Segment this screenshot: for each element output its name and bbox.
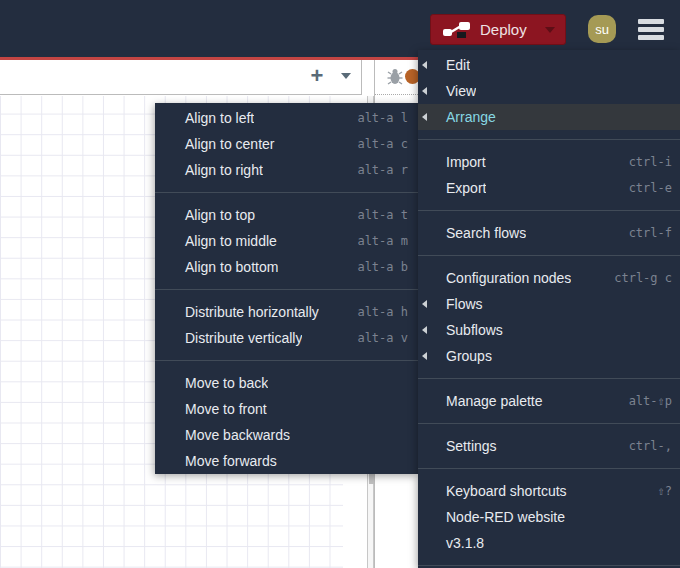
arrange-item-shortcut: alt-a b	[357, 254, 418, 280]
submenu-arrow-icon	[422, 113, 427, 121]
arrange-item-move-backwards[interactable]: Move backwards	[155, 422, 418, 448]
arrange-item-align-to-bottom[interactable]: Align to bottomalt-a b	[155, 254, 418, 280]
menu-item-label: Keyboard shortcuts	[418, 478, 567, 504]
arrange-item-shortcut: alt-a l	[357, 105, 418, 131]
menu-separator	[418, 139, 680, 140]
arrange-item-label: Align to center	[155, 131, 275, 157]
menu-item-label: Arrange	[418, 104, 496, 130]
menu-item-label: Configuration nodes	[418, 265, 571, 291]
debug-bug-icon[interactable]	[387, 68, 403, 86]
menu-item-shortcut: ctrl-e	[629, 175, 680, 201]
arrange-item-label: Align to top	[155, 202, 255, 228]
arrange-item-align-to-middle[interactable]: Align to middlealt-a m	[155, 228, 418, 254]
arrange-item-move-forwards[interactable]: Move forwards	[155, 448, 418, 474]
arrange-item-shortcut: alt-a t	[357, 202, 418, 228]
arrange-submenu: Align to leftalt-a lAlign to centeralt-a…	[155, 103, 418, 474]
menu-item-shortcut: ⇧?	[658, 478, 680, 504]
arrange-item-shortcut: alt-a h	[357, 299, 418, 325]
submenu-arrow-icon	[422, 61, 427, 69]
arrange-item-align-to-top[interactable]: Align to topalt-a t	[155, 202, 418, 228]
arrange-item-align-to-left[interactable]: Align to leftalt-a l	[155, 105, 418, 131]
header: Deploy su	[0, 0, 680, 57]
add-flow-button[interactable]: +	[304, 62, 330, 90]
menu-item-import[interactable]: Importctrl-i	[418, 149, 680, 175]
submenu-arrow-icon	[422, 87, 427, 95]
arrange-item-label: Move backwards	[155, 422, 290, 448]
submenu-arrow-icon	[422, 352, 427, 360]
menu-item-view[interactable]: View	[418, 78, 680, 104]
hamburger-icon	[638, 19, 664, 24]
menu-item-settings[interactable]: Settingsctrl-,	[418, 433, 680, 459]
menu-item-shortcut: ctrl-f	[629, 220, 680, 246]
deploy-button-label: Deploy	[480, 21, 527, 38]
arrange-item-label: Align to bottom	[155, 254, 278, 280]
menu-item-shortcut: ctrl-g c	[614, 265, 680, 291]
menu-item-shortcut: alt-⇧p	[629, 388, 680, 414]
node-red-app: Deploy su +	[0, 0, 680, 568]
menu-item-arrange[interactable]: Arrange	[418, 104, 680, 130]
arrange-item-shortcut: alt-a v	[357, 325, 418, 351]
menu-separator	[418, 468, 680, 469]
arrange-item-label: Distribute horizontally	[155, 299, 319, 325]
submenu-arrow-icon	[422, 326, 427, 334]
deploy-button[interactable]: Deploy	[430, 14, 566, 45]
arrange-item-label: Align to right	[155, 157, 263, 183]
arrange-item-label: Move to front	[155, 396, 267, 422]
arrange-item-shortcut: alt-a m	[357, 228, 418, 254]
menu-separator	[418, 255, 680, 256]
menu-item-subflows[interactable]: Subflows	[418, 317, 680, 343]
menu-item-groups[interactable]: Groups	[418, 343, 680, 369]
arrange-separator	[155, 192, 418, 193]
menu-item-shortcut: ctrl-i	[629, 149, 680, 175]
arrange-item-label: Move forwards	[155, 448, 277, 474]
menu-item-export[interactable]: Exportctrl-e	[418, 175, 680, 201]
arrange-item-shortcut: alt-a r	[357, 157, 418, 183]
menu-item-label: Export	[418, 175, 486, 201]
arrange-item-move-to-front[interactable]: Move to front	[155, 396, 418, 422]
arrange-item-distribute-vertically[interactable]: Distribute verticallyalt-a v	[155, 325, 418, 351]
menu-item-label: Flows	[418, 291, 483, 317]
menu-separator	[418, 210, 680, 211]
menu-separator	[418, 378, 680, 379]
deploy-options-caret-icon[interactable]	[545, 27, 555, 33]
arrange-item-label: Align to left	[155, 105, 254, 131]
menu-item-node-red-website[interactable]: Node-RED website	[418, 504, 680, 530]
arrange-item-label: Move to back	[155, 370, 268, 396]
menu-item-v3-1-8[interactable]: v3.1.8	[418, 530, 680, 556]
menu-item-label: Groups	[418, 343, 492, 369]
menu-item-label: v3.1.8	[418, 530, 484, 556]
arrange-separator	[155, 289, 418, 290]
menu-item-label: Search flows	[418, 220, 526, 246]
menu-item-flows[interactable]: Flows	[418, 291, 680, 317]
arrange-item-shortcut: alt-a c	[357, 131, 418, 157]
main-menu-dropdown: EditViewArrangeImportctrl-iExportctrl-eS…	[418, 50, 680, 568]
flow-list-chevron-down-icon[interactable]	[341, 73, 351, 79]
arrange-item-move-to-back[interactable]: Move to back	[155, 370, 418, 396]
arrange-item-align-to-right[interactable]: Align to rightalt-a r	[155, 157, 418, 183]
arrange-item-label: Align to middle	[155, 228, 277, 254]
menu-item-label: Settings	[418, 433, 497, 459]
menu-item-label: Manage palette	[418, 388, 543, 414]
menu-item-manage-palette[interactable]: Manage palettealt-⇧p	[418, 388, 680, 414]
arrange-separator	[155, 360, 418, 361]
menu-item-keyboard-shortcuts[interactable]: Keyboard shortcuts⇧?	[418, 478, 680, 504]
arrange-item-align-to-center[interactable]: Align to centeralt-a c	[155, 131, 418, 157]
user-avatar[interactable]: su	[588, 15, 616, 43]
submenu-arrow-icon	[422, 300, 427, 308]
deploy-icon	[442, 20, 472, 40]
menu-item-search-flows[interactable]: Search flowsctrl-f	[418, 220, 680, 246]
menu-separator	[418, 565, 680, 566]
menu-separator	[418, 423, 680, 424]
arrange-item-label: Distribute vertically	[155, 325, 302, 351]
menu-item-label: Import	[418, 149, 486, 175]
menu-item-label: Subflows	[418, 317, 503, 343]
arrange-item-distribute-horizontally[interactable]: Distribute horizontallyalt-a h	[155, 299, 418, 325]
menu-item-edit[interactable]: Edit	[418, 52, 680, 78]
main-menu-button[interactable]	[638, 19, 664, 41]
menu-item-shortcut: ctrl-,	[629, 433, 680, 459]
menu-item-configuration-nodes[interactable]: Configuration nodesctrl-g c	[418, 265, 680, 291]
menu-item-label: Node-RED website	[418, 504, 565, 530]
